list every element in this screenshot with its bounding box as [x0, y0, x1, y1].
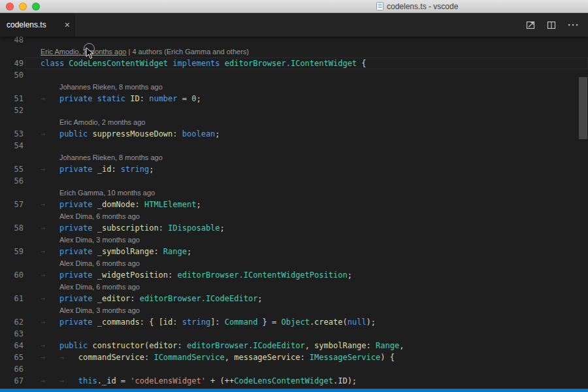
line-number — [0, 187, 25, 199]
codelens-info-text[interactable]: Alex Dima, 3 months ago — [59, 306, 140, 314]
codelens-info-text[interactable]: Eric Amodio, 2 months ago — [59, 118, 145, 126]
split-editor-icon — [525, 20, 536, 30]
code-token: CodeLensContentWidget — [69, 59, 172, 68]
code-token: Range — [163, 247, 187, 256]
code-token: → — [41, 341, 59, 350]
codelens-content: Johannes Rieken, 8 months ago — [25, 81, 588, 93]
code-token: public — [59, 129, 93, 139]
codelens-info-text[interactable]: Johannes Rieken, 8 months ago — [59, 83, 163, 91]
code-token: messageService — [234, 353, 300, 362]
editor-lines: 48Eric Amodio, 2 months ago | 4 authors … — [0, 37, 588, 392]
code-token: , — [399, 341, 404, 350]
code-token: 'codeLensWidget' — [130, 376, 206, 385]
code-token: implements — [172, 59, 224, 68]
code-text[interactable]: → private _symbolRange: Range; — [25, 246, 588, 257]
code-token: → — [59, 376, 78, 385]
codelens-info-text[interactable]: Johannes Rieken, 8 months ago — [59, 154, 163, 161]
codelens-content: Johannes Rieken, 8 months ago — [25, 152, 588, 163]
code-editor[interactable]: 48Eric Amodio, 2 months ago | 4 authors … — [0, 37, 588, 392]
code-token: ._id = — [97, 376, 131, 385]
code-token: : — [367, 341, 376, 350]
codelens-info-text[interactable]: Alex Dima, 6 months ago — [59, 259, 140, 267]
line-number: 48 — [0, 37, 25, 46]
code-line-51: 51→ private static ID: number = 0; — [0, 93, 588, 105]
code-token: : — [172, 129, 182, 139]
codelens-info-text[interactable]: | 4 authors (Erich Gamma and others) — [126, 48, 249, 56]
code-token: → — [41, 223, 59, 233]
code-text[interactable] — [25, 328, 588, 340]
code-token: suppressMouseDown — [92, 129, 172, 139]
traffic-lights — [0, 3, 40, 10]
code-token: : — [140, 94, 149, 103]
code-text[interactable] — [25, 175, 588, 187]
vertical-scrollbar-thumb[interactable] — [579, 77, 587, 139]
code-line-58: 58→ private _subscription: IDisposable; — [0, 222, 588, 234]
code-text[interactable]: → public constructor(editor: editorBrows… — [25, 340, 588, 351]
line-number: 61 — [0, 293, 25, 304]
close-window-button[interactable] — [6, 3, 14, 10]
code-line-56: 56 — [0, 175, 588, 187]
code-line-66: 66 — [0, 363, 588, 375]
toggle-layout-button[interactable] — [546, 20, 557, 30]
line-number — [0, 210, 25, 222]
code-text[interactable] — [25, 140, 588, 152]
code-token: editorBrowser.ICodeEditor — [140, 294, 258, 303]
code-text[interactable]: → public suppressMouseDown: boolean; — [25, 128, 588, 140]
codelens-info-text[interactable]: Alex Dima, 6 months ago — [59, 283, 140, 291]
code-token: : { [ — [140, 318, 163, 327]
code-token: editorBrowser.IContentWidget — [225, 59, 357, 68]
line-number: 67 — [0, 375, 25, 387]
codelens-info-text[interactable]: Alex Dima, 3 months ago — [59, 236, 140, 244]
codelens-content: Erich Gamma, 10 months ago — [25, 187, 588, 199]
code-text[interactable]: → private _widgetPosition: editorBrowser… — [25, 269, 588, 281]
code-token: → — [41, 94, 59, 103]
code-token: ; — [196, 94, 201, 103]
codelens-info-text[interactable]: Erich Gamma, 10 months ago — [59, 189, 155, 197]
code-token: : — [172, 318, 182, 327]
line-number: 50 — [0, 69, 25, 81]
line-number — [0, 257, 25, 269]
maximize-window-button[interactable] — [32, 3, 40, 10]
code-text[interactable]: → → this._id = 'codeLensWidget' + (++Cod… — [25, 375, 588, 387]
code-token: : — [130, 294, 139, 303]
code-text[interactable]: → private _domNode: HTMLElement; — [25, 199, 588, 210]
code-token: → — [59, 353, 78, 362]
code-line-61: 61→ private _editor: editorBrowser.ICode… — [0, 293, 588, 304]
code-token: ; — [149, 165, 154, 174]
code-token: null — [348, 318, 367, 327]
tab-codelens-ts[interactable]: codelens.ts × — [0, 13, 75, 37]
codelens-content: Alex Dima, 6 months ago — [25, 210, 588, 222]
code-text[interactable]: → private _editor: editorBrowser.ICodeEd… — [25, 293, 588, 304]
line-number — [0, 46, 25, 57]
code-text[interactable]: class CodeLensContentWidget implements e… — [25, 57, 588, 69]
codelens-blame-link[interactable]: Eric Amodio, 2 months ago — [41, 48, 126, 56]
code-text[interactable]: → private _subscription: IDisposable; — [25, 222, 588, 234]
code-text[interactable]: → private _id: string; — [25, 163, 588, 175]
code-text[interactable] — [25, 363, 588, 375]
code-text[interactable] — [25, 105, 588, 116]
tab-label: codelens.ts — [7, 20, 62, 29]
code-token: ; — [187, 247, 191, 256]
code-token: HTMLElement — [144, 200, 196, 209]
code-token: : — [300, 353, 309, 362]
minimize-window-button[interactable] — [19, 3, 27, 10]
codelens-content: Alex Dima, 3 months ago — [25, 234, 588, 246]
window-title: codelens.ts - vscode — [376, 0, 458, 12]
code-line-67: 67→ → this._id = 'codeLensWidget' + (++C… — [0, 375, 588, 387]
code-text[interactable]: → private static ID: number = 0; — [25, 93, 588, 105]
code-text[interactable] — [25, 69, 588, 81]
code-text[interactable] — [25, 37, 588, 46]
code-token: editorBrowser.ICodeEditor — [187, 341, 305, 350]
codelens-info-text[interactable]: Alex Dima, 6 months ago — [59, 212, 140, 220]
code-token: symbolRange — [314, 341, 366, 350]
code-token: : — [178, 341, 187, 350]
line-number: 59 — [0, 246, 25, 257]
split-editor-button[interactable] — [525, 20, 536, 30]
code-text[interactable]: → → commandService: ICommandService, mes… — [25, 351, 588, 363]
close-tab-icon[interactable]: × — [65, 20, 70, 29]
code-text[interactable]: → private _commands: { [id: string]: Com… — [25, 316, 588, 328]
line-number: 60 — [0, 269, 25, 281]
more-actions-button[interactable]: ⋯ — [567, 21, 579, 29]
code-token: id — [163, 318, 172, 327]
code-token: private — [59, 294, 97, 303]
